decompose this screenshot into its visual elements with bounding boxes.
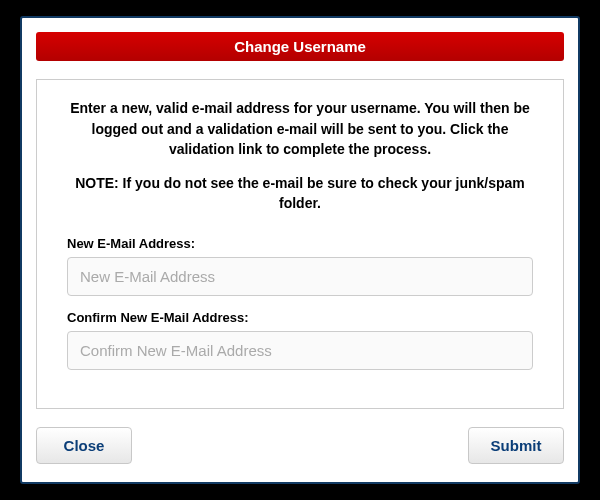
- submit-button[interactable]: Submit: [468, 427, 564, 464]
- confirm-email-row: Confirm New E-Mail Address:: [67, 310, 533, 370]
- confirm-email-label: Confirm New E-Mail Address:: [67, 310, 533, 325]
- note-text: NOTE: If you do not see the e-mail be su…: [57, 173, 543, 214]
- new-email-label: New E-Mail Address:: [67, 236, 533, 251]
- instructions-text: Enter a new, valid e-mail address for yo…: [57, 98, 543, 159]
- dialog-title: Change Username: [36, 32, 564, 61]
- close-button[interactable]: Close: [36, 427, 132, 464]
- dialog-content: Enter a new, valid e-mail address for yo…: [36, 79, 564, 408]
- button-row: Close Submit: [36, 427, 564, 464]
- new-email-input[interactable]: [67, 257, 533, 296]
- new-email-row: New E-Mail Address:: [67, 236, 533, 296]
- confirm-email-input[interactable]: [67, 331, 533, 370]
- change-username-dialog: Change Username Enter a new, valid e-mai…: [20, 16, 580, 483]
